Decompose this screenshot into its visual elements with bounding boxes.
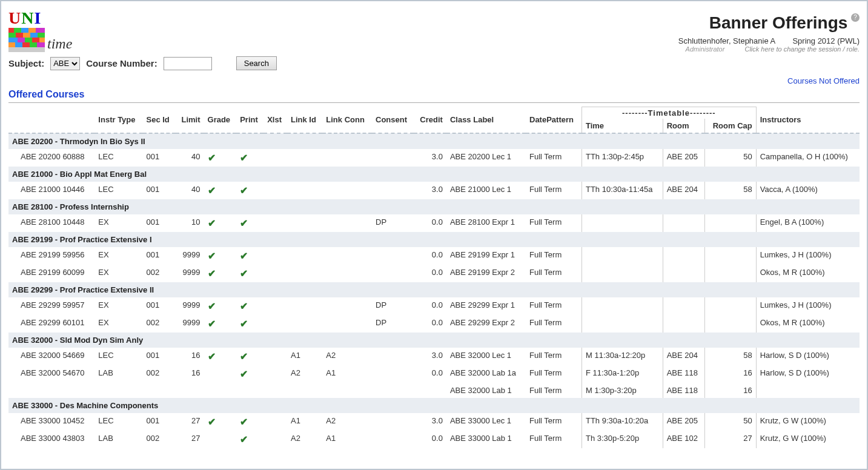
limit (176, 383, 204, 398)
col-credit[interactable]: Credit (414, 107, 446, 134)
credit: 0.0 (414, 247, 446, 265)
grade: ✔ (204, 214, 237, 232)
instr-type: EX (94, 315, 142, 333)
table-row[interactable]: ABE 29299 60101EX0029999✔✔DP0.0ABE 29299… (8, 315, 860, 333)
course-header-row[interactable]: ABE 29199 - Prof Practice Extensive I (8, 232, 860, 247)
col-room[interactable]: Room (663, 119, 705, 133)
date-pattern: Full Term (526, 247, 581, 265)
link-id (287, 383, 322, 398)
xlst (263, 348, 287, 365)
link-id (287, 214, 322, 232)
page-title: Banner Offerings (709, 13, 848, 32)
app-logo[interactable]: UNI time (8, 8, 72, 52)
link-id (287, 265, 322, 282)
instructors: Okos, M R (100%) (756, 315, 860, 333)
table-row[interactable]: ABE 29199 60099EX0029999✔✔0.0ABE 29199 E… (8, 265, 860, 282)
date-pattern: Full Term (526, 431, 581, 448)
instr-type: LEC (94, 413, 142, 431)
course-title: ABE 21000 - Bio Appl Mat Energ Bal (8, 167, 860, 182)
print: ✔ (236, 182, 263, 199)
col-time[interactable]: Time (581, 119, 663, 133)
table-row[interactable]: ABE 33000 43803LAB00227✔A2A10.0ABE 33000… (8, 431, 860, 448)
course-header-row[interactable]: ABE 33000 - Des Machine Components (8, 398, 860, 413)
secondary-links: Courses Not Offered (4, 76, 864, 89)
limit: 16 (176, 365, 204, 383)
col-sec-id[interactable]: Sec Id (143, 107, 176, 134)
xlst (263, 383, 287, 398)
grade: ✔ (204, 413, 237, 431)
table-row[interactable]: ABE 21000 10446LEC00140✔✔3.0ABE 21000 Le… (8, 182, 860, 199)
sec-id: 001 (143, 297, 176, 315)
logo-uni: UNI (8, 8, 41, 28)
time: M 1:30p-3:20p (581, 383, 663, 398)
credit: 0.0 (414, 265, 446, 282)
link-conn: A1 (322, 365, 372, 383)
credit: 0.0 (414, 315, 446, 333)
room: ABE 205 (663, 149, 705, 167)
course-header-row[interactable]: ABE 20200 - Thrmodyn In Bio Sys II (8, 133, 860, 149)
credit: 0.0 (414, 431, 446, 448)
time: Th 3:30p-5:20p (581, 431, 663, 448)
offering-name: ABE 33000 10452 (8, 413, 94, 431)
table-row[interactable]: ABE 29199 59956EX0019999✔✔0.0ABE 29199 E… (8, 247, 860, 265)
col-room-cap[interactable]: Room Cap (705, 119, 756, 133)
table-row[interactable]: ABE 29299 59957EX0019999✔✔DP0.0ABE 29299… (8, 297, 860, 315)
course-header-row[interactable]: ABE 21000 - Bio Appl Mat Energ Bal (8, 167, 860, 182)
search-button[interactable]: Search (236, 56, 277, 70)
col-grade[interactable]: Grade (204, 107, 237, 134)
col-limit[interactable]: Limit (176, 107, 204, 134)
check-icon: ✔ (240, 416, 248, 428)
class-label: ABE 28100 Expr 1 (446, 214, 526, 232)
room-cap (705, 247, 756, 265)
sec-id (143, 383, 176, 398)
xlst (263, 297, 287, 315)
offering-name (8, 383, 94, 398)
table-row[interactable]: ABE 32000 54669LEC00116✔✔A1A23.0ABE 3200… (8, 348, 860, 365)
credit: 0.0 (414, 297, 446, 315)
table-row[interactable]: ABE 33000 10452LEC00127✔✔A1A23.0ABE 3300… (8, 413, 860, 431)
col-instructors[interactable]: Instructors (756, 107, 860, 134)
course-header-row[interactable]: ABE 28100 - Profess Internship (8, 199, 860, 214)
grade: ✔ (204, 247, 237, 265)
col-link-id[interactable]: Link Id (287, 107, 322, 134)
room-cap: 27 (705, 431, 756, 448)
instr-type: EX (94, 247, 142, 265)
check-icon: ✔ (208, 416, 216, 428)
col-instr-type[interactable]: Instr Type (94, 107, 142, 134)
help-icon[interactable]: ? (851, 13, 860, 22)
table-row[interactable]: ABE 28100 10448EX00110✔✔DP0.0ABE 28100 E… (8, 214, 860, 232)
table-row[interactable]: ABE 20200 60888LEC00140✔✔3.0ABE 20200 Le… (8, 149, 860, 167)
col-print[interactable]: Print (236, 107, 263, 134)
instructors: Okos, M R (100%) (756, 265, 860, 282)
course-header-row[interactable]: ABE 29299 - Prof Practice Extensive II (8, 282, 860, 297)
col-xlst[interactable]: Xlst (263, 107, 287, 134)
check-icon: ✔ (208, 152, 216, 164)
class-label: ABE 29199 Expr 1 (446, 247, 526, 265)
link-conn (322, 297, 372, 315)
credit: 3.0 (414, 182, 446, 199)
print: ✔ (236, 365, 263, 383)
course-header-row[interactable]: ABE 32000 - Sld Mod Dyn Sim Anly (8, 333, 860, 348)
subject-select[interactable]: ABE (50, 57, 80, 70)
col-link-conn[interactable]: Link Conn (322, 107, 372, 134)
consent (372, 383, 414, 398)
xlst (263, 315, 287, 333)
check-icon: ✔ (208, 268, 216, 279)
link-conn: A2 (322, 413, 372, 431)
table-row[interactable]: ABE 32000 54670LAB00216✔A2A10.0ABE 32000… (8, 365, 860, 383)
instructors: Krutz, G W (100%) (756, 413, 860, 431)
section-title: Offered Courses (4, 89, 864, 101)
table-row[interactable]: ABE 32000 Lab 1Full TermM 1:30p-3:20pABE… (8, 383, 860, 398)
check-icon: ✔ (240, 318, 248, 329)
col-consent[interactable]: Consent (372, 107, 414, 134)
instructors: Campanella, O H (100%) (756, 149, 860, 167)
limit: 16 (176, 348, 204, 365)
col-class-label[interactable]: Class Label (446, 107, 526, 134)
courses-not-offered-link[interactable]: Courses Not Offered (787, 76, 860, 85)
credit: 0.0 (414, 214, 446, 232)
course-number-input[interactable] (164, 57, 212, 70)
change-session-link[interactable]: Click here to change the session / role. (744, 45, 860, 53)
col-date-pattern[interactable]: DatePattern (526, 107, 581, 134)
link-id (287, 149, 322, 167)
date-pattern: Full Term (526, 383, 581, 398)
